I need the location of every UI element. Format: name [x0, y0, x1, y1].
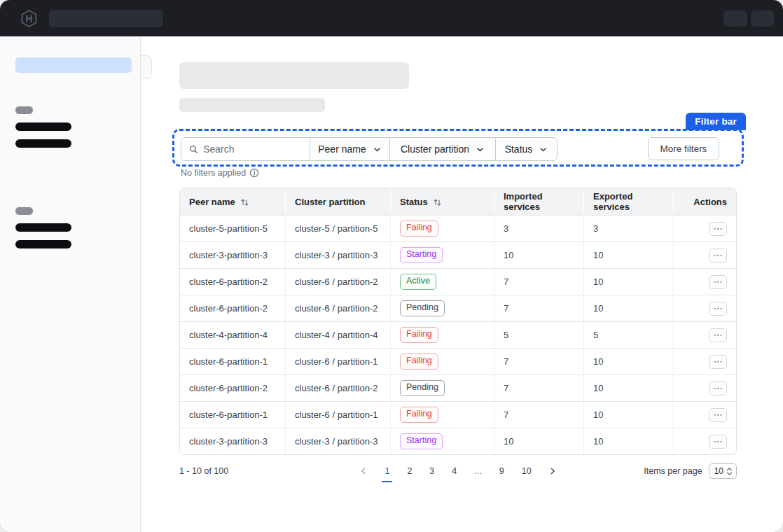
row-actions-button[interactable]: ⋯	[709, 328, 727, 342]
cell-exported-services: 10	[583, 402, 673, 428]
peer-name-dropdown[interactable]: Peer name	[310, 138, 389, 160]
chevron-down-icon	[476, 145, 485, 154]
table-row: cluster-4-partition-4 cluster-4 / partit…	[180, 321, 736, 348]
status-badge: Failing	[400, 220, 438, 237]
more-filters-button[interactable]: More filters	[648, 137, 719, 160]
cell-imported-services: 10	[494, 428, 583, 454]
sidebar-collapse-handle[interactable]	[141, 55, 152, 79]
app-window: Filter bar Peer name Cluster partition S…	[0, 0, 783, 532]
cell-actions: ⋯	[673, 428, 736, 454]
table-row: cluster-6-partition-1 cluster-6 / partit…	[180, 401, 736, 428]
cell-actions: ⋯	[673, 295, 736, 321]
row-actions-button[interactable]: ⋯	[709, 222, 727, 236]
status-badge: Active	[400, 274, 436, 290]
status-badge: Failing	[400, 354, 438, 370]
col-header-imported-services[interactable]: Imported services	[494, 188, 583, 215]
col-header-cluster-partition[interactable]: Cluster partition	[285, 188, 390, 215]
cell-status: Failing	[390, 349, 494, 374]
cell-cluster-partition: cluster-4 / partition-4	[285, 322, 390, 348]
col-header-status[interactable]: Status	[390, 188, 494, 215]
items-per-page-select[interactable]: 10	[709, 463, 737, 479]
cell-imported-services: 7	[494, 295, 583, 321]
col-header-actions: Actions	[673, 188, 736, 215]
cell-exported-services: 10	[583, 295, 673, 321]
table-row: cluster-3-partition-3 cluster-3 / partit…	[180, 241, 736, 268]
cell-status: Pending	[390, 375, 494, 401]
status-badge: Starting	[400, 433, 443, 449]
col-header-peer-name[interactable]: Peer name	[180, 188, 285, 215]
page-button-2[interactable]: 2	[406, 465, 413, 477]
pagination-bar: 1 - 10 of 100 1 2 3 4 … 9 10 Items per p…	[179, 463, 737, 479]
status-badge: Pending	[400, 380, 445, 396]
table-header-row: Peer name Cluster partition Status Impor…	[180, 188, 736, 215]
sidebar-section-label-skeleton-2	[15, 207, 33, 215]
page-button-10[interactable]: 10	[521, 465, 532, 477]
cell-actions: ⋯	[673, 242, 736, 268]
row-actions-button[interactable]: ⋯	[709, 302, 727, 316]
page-subtitle-skeleton	[179, 98, 325, 112]
cell-status: Pending	[390, 295, 494, 321]
cell-actions: ⋯	[673, 349, 736, 374]
cell-status: Failing	[390, 402, 494, 428]
cell-actions: ⋯	[673, 375, 736, 401]
cell-peer-name: cluster-4-partition-4	[180, 322, 285, 348]
page-button-1[interactable]: 1	[384, 465, 390, 477]
cell-peer-name: cluster-6-partition-2	[180, 269, 285, 295]
cell-imported-services: 10	[494, 242, 583, 268]
filters-status-row: No filters applied	[181, 168, 259, 178]
sidebar-item-skeleton-1	[15, 122, 71, 131]
col-header-exported-services[interactable]: Exported services	[583, 188, 673, 215]
cell-exported-services: 10	[583, 242, 673, 268]
status-dropdown[interactable]: Status	[495, 138, 557, 160]
chevron-down-icon	[373, 145, 382, 154]
row-actions-button[interactable]: ⋯	[709, 355, 727, 369]
page-button-9[interactable]: 9	[499, 465, 505, 477]
sidebar	[0, 36, 141, 532]
cluster-partition-dropdown[interactable]: Cluster partition	[389, 138, 495, 160]
cell-imported-services: 7	[494, 269, 583, 295]
col-header-label: Peer name	[189, 197, 235, 207]
cell-exported-services: 10	[583, 349, 673, 374]
page-button-4[interactable]: 4	[451, 465, 457, 477]
cell-imported-services: 5	[494, 322, 583, 348]
row-actions-button[interactable]: ⋯	[709, 408, 727, 422]
chevron-left-icon	[359, 467, 368, 475]
row-actions-button[interactable]: ⋯	[709, 248, 727, 262]
sidebar-section-label-skeleton-1	[15, 106, 33, 114]
page-title-skeleton	[179, 62, 409, 89]
search-input[interactable]	[203, 144, 302, 155]
ellipsis-icon: ⋯	[714, 330, 723, 340]
cell-cluster-partition: cluster-6 / partition-1	[285, 402, 390, 428]
cell-cluster-partition: cluster-5 / partition-5	[285, 216, 390, 241]
next-page-button[interactable]	[548, 467, 557, 475]
cell-imported-services: 7	[494, 349, 583, 374]
col-header-label: Imported services	[504, 191, 574, 212]
row-actions-button[interactable]: ⋯	[709, 382, 727, 396]
chevron-down-icon	[539, 145, 548, 154]
status-badge: Pending	[400, 300, 445, 316]
ellipsis-icon: ⋯	[714, 437, 723, 446]
page-button-3[interactable]: 3	[429, 465, 435, 477]
search-icon	[189, 144, 198, 155]
col-header-label: Actions	[693, 197, 727, 207]
top-navbar	[0, 0, 783, 36]
cluster-partition-dropdown-label: Cluster partition	[401, 144, 469, 155]
ellipsis-icon: ⋯	[714, 304, 723, 313]
ellipsis-icon: ⋯	[714, 277, 723, 286]
sidebar-item-skeleton-2	[15, 139, 71, 148]
cell-actions: ⋯	[673, 269, 736, 295]
cell-status: Failing	[390, 216, 494, 241]
table-row: cluster-5-partition-5 cluster-5 / partit…	[180, 215, 736, 241]
row-actions-button[interactable]: ⋯	[709, 275, 727, 289]
cell-peer-name: cluster-6-partition-2	[180, 295, 285, 321]
table-row: cluster-3-partition-3 cluster-3 / partit…	[180, 428, 736, 454]
ellipsis-icon: ⋯	[714, 251, 723, 260]
sort-icon	[433, 197, 442, 206]
row-actions-button[interactable]: ⋯	[709, 435, 727, 449]
search-field[interactable]	[181, 138, 310, 160]
prev-page-button[interactable]	[359, 467, 368, 475]
ellipsis-icon: ⋯	[714, 384, 723, 393]
cell-cluster-partition: cluster-6 / partition-2	[285, 375, 390, 401]
col-header-label: Cluster partition	[295, 197, 365, 207]
table-body: cluster-5-partition-5 cluster-5 / partit…	[180, 215, 736, 454]
